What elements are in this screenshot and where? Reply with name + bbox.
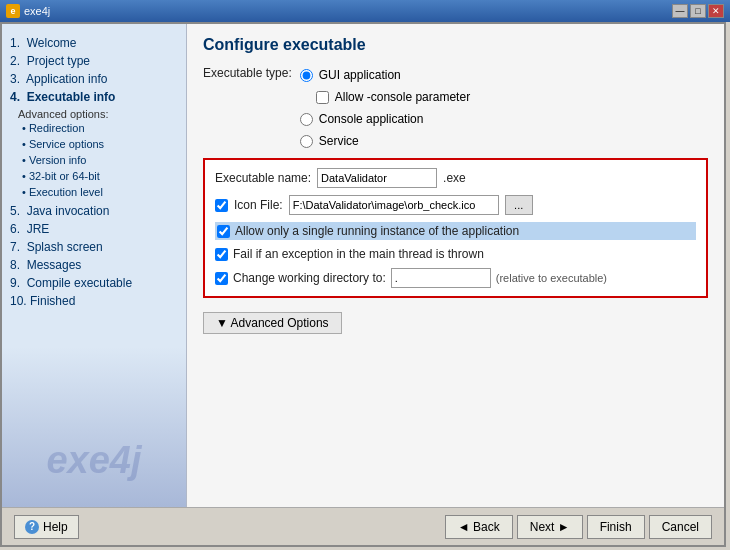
panel-title: Configure executable <box>203 36 708 54</box>
console-option-row: Console application <box>300 110 470 128</box>
gui-label: GUI application <box>319 68 401 82</box>
cancel-button[interactable]: Cancel <box>649 515 712 539</box>
window-title: exe4j <box>24 5 50 17</box>
gui-radio[interactable] <box>300 69 313 82</box>
working-dir-label: Change working directory to: <box>233 271 386 285</box>
exe-name-label: Executable name: <box>215 171 311 185</box>
close-button[interactable]: ✕ <box>708 4 724 18</box>
exe-type-label: Executable type: <box>203 66 292 80</box>
working-dir-checkbox[interactable] <box>215 272 228 285</box>
service-label: Service <box>319 134 359 148</box>
sidebar-item-compile[interactable]: 9. Compile executable <box>10 274 178 292</box>
exe-name-row: Executable name: .exe <box>215 168 696 188</box>
sidebar-item-project-type[interactable]: 2. Project type <box>10 52 178 70</box>
exe-type-section: Executable type: GUI application Allow -… <box>203 66 708 150</box>
allow-console-checkbox[interactable] <box>316 91 329 104</box>
sidebar-item-java-invocation[interactable]: 5. Java invocation <box>10 202 178 220</box>
bottom-bar: ? Help ◄ Back Next ► Finish Cancel <box>2 507 724 545</box>
relative-label: (relative to executable) <box>496 272 607 284</box>
working-dir-row: Change working directory to: (relative t… <box>215 268 696 288</box>
service-radio[interactable] <box>300 135 313 148</box>
sidebar-item-execution-level[interactable]: • Execution level <box>10 184 178 200</box>
single-instance-label: Allow only a single running instance of … <box>235 224 519 238</box>
sidebar: 1. Welcome 2. Project type 3. Applicatio… <box>2 24 187 507</box>
help-label: Help <box>43 520 68 534</box>
sidebar-item-32-64[interactable]: • 32-bit or 64-bit <box>10 168 178 184</box>
icon-file-checkbox[interactable] <box>215 199 228 212</box>
console-label: Console application <box>319 112 424 126</box>
fail-exception-checkbox[interactable] <box>215 248 228 261</box>
sidebar-item-redirection[interactable]: • Redirection <box>10 120 178 136</box>
gui-option-row: GUI application <box>300 66 470 84</box>
single-instance-checkbox[interactable] <box>217 225 230 238</box>
icon-file-label: Icon File: <box>234 198 283 212</box>
main-window: 1. Welcome 2. Project type 3. Applicatio… <box>0 22 726 547</box>
next-button[interactable]: Next ► <box>517 515 583 539</box>
single-instance-row: Allow only a single running instance of … <box>215 222 696 240</box>
app-icon: e <box>6 4 20 18</box>
sidebar-item-app-info[interactable]: 3. Application info <box>10 70 178 88</box>
title-bar: e exe4j — □ ✕ <box>0 0 730 22</box>
sidebar-advanced-label: Advanced options: <box>10 108 178 120</box>
sidebar-item-welcome[interactable]: 1. Welcome <box>10 34 178 52</box>
exe-extension: .exe <box>443 171 466 185</box>
title-bar-left: e exe4j <box>6 4 50 18</box>
help-button[interactable]: ? Help <box>14 515 79 539</box>
finish-button[interactable]: Finish <box>587 515 645 539</box>
sidebar-item-splash[interactable]: 7. Splash screen <box>10 238 178 256</box>
working-dir-input[interactable] <box>391 268 491 288</box>
exe-type-options: GUI application Allow -console parameter… <box>300 66 470 150</box>
main-content: 1. Welcome 2. Project type 3. Applicatio… <box>2 24 724 507</box>
sidebar-item-jre[interactable]: 6. JRE <box>10 220 178 238</box>
sidebar-item-version-info[interactable]: • Version info <box>10 152 178 168</box>
icon-file-row: Icon File: ... <box>215 195 696 215</box>
sidebar-item-finished[interactable]: 10. Finished <box>10 292 178 310</box>
right-panel: Configure executable Executable type: GU… <box>187 24 724 507</box>
allow-console-label: Allow -console parameter <box>335 90 470 104</box>
icon-path-input[interactable] <box>289 195 499 215</box>
advanced-options-button[interactable]: ▼ Advanced Options <box>203 312 342 334</box>
fail-exception-row: Fail if an exception in the main thread … <box>215 247 696 261</box>
fail-exception-label: Fail if an exception in the main thread … <box>233 247 484 261</box>
maximize-button[interactable]: □ <box>690 4 706 18</box>
minimize-button[interactable]: — <box>672 4 688 18</box>
allow-console-row: Allow -console parameter <box>300 88 470 106</box>
service-option-row: Service <box>300 132 470 150</box>
help-icon: ? <box>25 520 39 534</box>
sidebar-item-exe-info[interactable]: 4. Executable info <box>10 88 178 106</box>
back-button[interactable]: ◄ Back <box>445 515 513 539</box>
bottom-right: ◄ Back Next ► Finish Cancel <box>445 515 712 539</box>
bottom-left: ? Help <box>14 515 79 539</box>
title-controls[interactable]: — □ ✕ <box>672 4 724 18</box>
browse-button[interactable]: ... <box>505 195 533 215</box>
sidebar-item-service-options[interactable]: • Service options <box>10 136 178 152</box>
exe-name-input[interactable] <box>317 168 437 188</box>
sidebar-item-messages[interactable]: 8. Messages <box>10 256 178 274</box>
console-radio[interactable] <box>300 113 313 126</box>
watermark: exe4j <box>46 440 141 482</box>
highlight-box: Executable name: .exe Icon File: ... All… <box>203 158 708 298</box>
